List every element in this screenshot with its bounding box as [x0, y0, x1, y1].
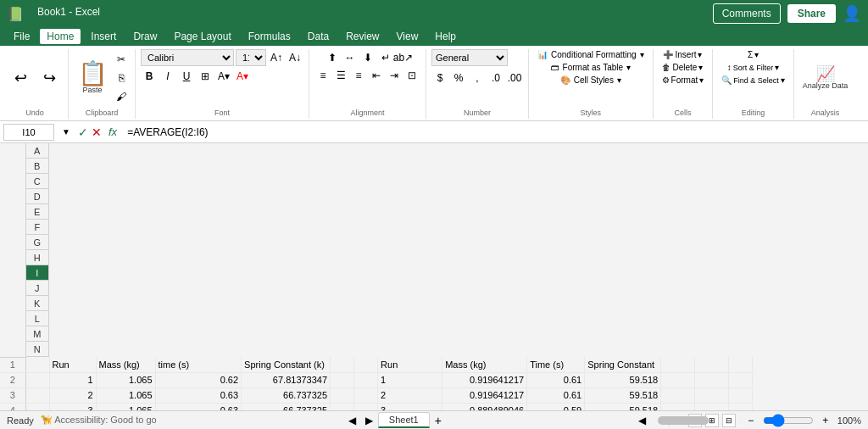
cell-A1[interactable]	[25, 357, 49, 372]
increase-font-button[interactable]: A↑	[268, 49, 285, 66]
col-header-B[interactable]: B	[26, 159, 50, 174]
font-name-select[interactable]: Calibri	[141, 49, 234, 66]
menu-help[interactable]: Help	[428, 29, 463, 44]
align-center-button[interactable]: ☰	[332, 67, 349, 84]
row-number-2[interactable]: 2	[0, 372, 25, 387]
expand-formula-bar-button[interactable]: ▼	[58, 124, 75, 141]
cell-I1[interactable]: Mass (kg)	[442, 357, 527, 372]
cell-C3[interactable]: 1.065	[96, 387, 155, 403]
cell-J4[interactable]: 0.59	[527, 403, 585, 410]
cut-button[interactable]: ✂	[113, 51, 130, 68]
cell-E1[interactable]: Spring Constant (k)	[242, 357, 331, 372]
format-cells-button[interactable]: ⚙ Format ▾	[659, 75, 708, 86]
col-header-E[interactable]: E	[26, 204, 50, 220]
increase-indent-button[interactable]: ⇥	[386, 67, 403, 84]
italic-button[interactable]: I	[159, 68, 176, 85]
decrease-font-button[interactable]: A↓	[287, 49, 303, 66]
cell-F4[interactable]	[331, 403, 354, 410]
cell-F1[interactable]	[331, 357, 354, 372]
menu-formulas[interactable]: Formulas	[242, 29, 298, 44]
cell-E4[interactable]: 66.737325	[242, 403, 331, 410]
increase-decimal-button[interactable]: .00	[506, 70, 523, 86]
paste-button[interactable]: 📋 Paste	[74, 60, 111, 96]
align-top-button[interactable]: ⬆	[324, 49, 341, 66]
redo-button[interactable]: ↪	[36, 69, 63, 87]
analyze-data-button[interactable]: 📈 Analyze Data	[799, 64, 852, 92]
autosum-button[interactable]: Σ ▾	[740, 49, 767, 60]
cell-D3[interactable]: 0.63	[155, 387, 242, 403]
cell-C4[interactable]: 1.065	[96, 403, 155, 410]
col-header-D[interactable]: D	[26, 189, 50, 204]
col-header-K[interactable]: K	[26, 296, 50, 311]
cell-reference-box[interactable]: I10	[3, 124, 54, 141]
cell-styles-button[interactable]: 🎨 Cell Styles ▾	[557, 75, 625, 86]
cell-I3[interactable]: 0.919641217	[442, 387, 527, 403]
menu-file[interactable]: File	[7, 29, 36, 44]
prev-sheet-button[interactable]: ◀	[344, 412, 361, 429]
font-size-select[interactable]: 11	[236, 49, 266, 66]
cell-N4[interactable]	[729, 403, 753, 410]
cell-K4[interactable]: 59.518	[585, 403, 661, 410]
format-painter-button[interactable]: 🖌	[113, 88, 130, 105]
cell-F2[interactable]	[331, 372, 354, 387]
cell-N1[interactable]	[729, 357, 753, 372]
cell-B1[interactable]: Run	[49, 357, 96, 372]
col-header-A[interactable]: A	[26, 143, 50, 159]
menu-data[interactable]: Data	[301, 29, 336, 44]
sort-filter-button[interactable]: ↕ Sort & Filter ▾	[724, 62, 783, 73]
cell-B4[interactable]: 3	[49, 403, 96, 410]
cell-H3[interactable]: 2	[378, 387, 442, 403]
orientation-button[interactable]: ab↗	[395, 49, 412, 66]
cell-C1[interactable]: Mass (kg)	[96, 357, 155, 372]
row-number-4[interactable]: 4	[0, 403, 25, 410]
cell-J2[interactable]: 0.61	[527, 372, 585, 387]
page-break-view-button[interactable]: ⊟	[722, 414, 736, 427]
row-number-3[interactable]: 3	[0, 387, 25, 403]
cell-A3[interactable]	[25, 387, 49, 403]
cell-G1[interactable]	[354, 357, 378, 372]
scroll-wrapper[interactable]: A B C D E F G H I J K L M N 1RunMass (kg…	[0, 143, 868, 410]
delete-cells-button[interactable]: 🗑 Delete ▾	[659, 62, 706, 73]
decrease-decimal-button[interactable]: .0	[487, 70, 504, 86]
cell-J1[interactable]: Time (s)	[527, 357, 585, 372]
col-header-C[interactable]: C	[26, 174, 50, 189]
col-header-F[interactable]: F	[26, 220, 50, 235]
cell-B2[interactable]: 1	[49, 372, 96, 387]
find-select-button[interactable]: 🔍 Find & Select ▾	[718, 75, 788, 86]
cell-L4[interactable]	[661, 403, 695, 410]
cell-E3[interactable]: 66.737325	[242, 387, 331, 403]
zoom-out-button[interactable]: −	[743, 412, 760, 429]
cell-K3[interactable]: 59.518	[585, 387, 661, 403]
col-header-J[interactable]: J	[26, 281, 50, 296]
row-number-1[interactable]: 1	[0, 357, 25, 372]
cell-E2[interactable]: 67.81373347	[242, 372, 331, 387]
cell-M4[interactable]	[695, 403, 729, 410]
number-format-select[interactable]: General	[431, 49, 508, 66]
formula-input[interactable]	[124, 126, 865, 138]
cell-G4[interactable]	[354, 403, 378, 410]
conditional-formatting-button[interactable]: 📊 Conditional Formatting ▾	[534, 49, 648, 60]
menu-draw[interactable]: Draw	[126, 29, 164, 44]
col-header-I[interactable]: I	[26, 265, 50, 281]
cell-G3[interactable]	[354, 387, 378, 403]
col-header-G[interactable]: G	[26, 235, 50, 250]
menu-pagelayout[interactable]: Page Layout	[167, 29, 237, 44]
cell-M2[interactable]	[695, 372, 729, 387]
scroll-left-button[interactable]: ◀	[634, 412, 651, 429]
underline-button[interactable]: U	[178, 68, 195, 85]
copy-button[interactable]: ⎘	[113, 70, 130, 86]
currency-button[interactable]: $	[431, 70, 448, 86]
cell-D1[interactable]: time (s)	[155, 357, 242, 372]
align-left-button[interactable]: ≡	[314, 67, 331, 84]
wrap-text-button[interactable]: ↵	[377, 49, 394, 66]
user-icon[interactable]: 👤	[843, 4, 861, 23]
col-header-N[interactable]: N	[26, 342, 50, 357]
font-color-button[interactable]: A▾	[234, 68, 251, 85]
col-header-M[interactable]: M	[26, 326, 50, 342]
cell-C2[interactable]: 1.065	[96, 372, 155, 387]
comments-button[interactable]: Comments	[713, 3, 781, 24]
cell-F3[interactable]	[331, 387, 354, 403]
zoom-slider[interactable]	[763, 414, 814, 427]
cell-H2[interactable]: 1	[378, 372, 442, 387]
insert-cells-button[interactable]: ➕ Insert ▾	[659, 49, 705, 60]
